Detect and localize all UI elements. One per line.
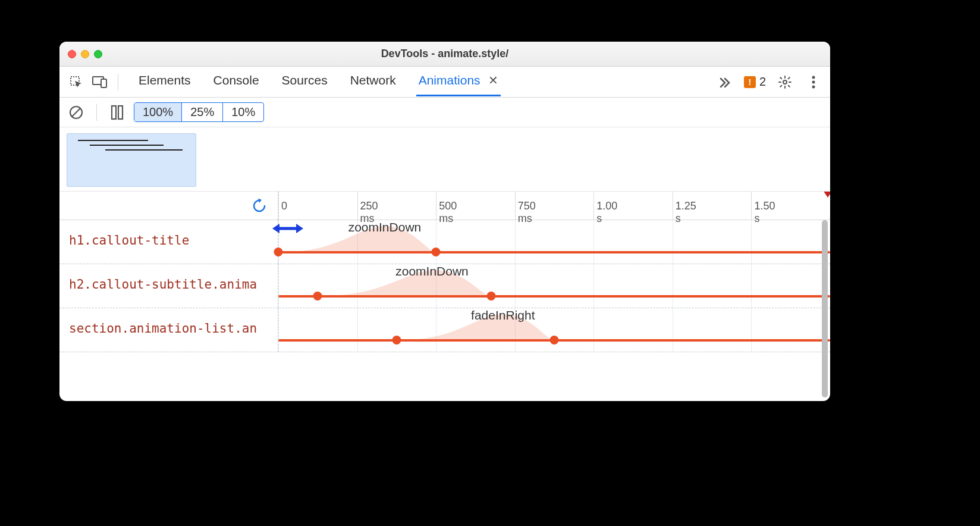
timeline-row: h2.callout-subtitle.animazoomInDown	[59, 264, 830, 308]
svg-point-6	[812, 85, 815, 88]
row-track[interactable]: zoomInDown	[278, 220, 830, 264]
window-title: DevTools - animate.style/	[59, 48, 830, 60]
ruler-tick-label: 0	[281, 200, 287, 212]
animation-bar[interactable]	[278, 251, 830, 253]
ruler-tick: 250 ms	[357, 192, 358, 220]
ruler-tick: 1.50 s	[751, 192, 752, 220]
animations-controls: 100% 25% 10%	[59, 98, 830, 127]
ruler-tick: 1.00 s	[593, 192, 594, 220]
row-track[interactable]: fadeInRight	[278, 308, 830, 352]
ruler-ticks[interactable]: 0250 ms500 ms750 ms1.00 s1.25 s1.50 s1.7…	[278, 192, 830, 220]
grid-line	[751, 264, 752, 308]
close-window-button[interactable]	[68, 50, 76, 58]
pause-animations-icon[interactable]	[108, 103, 127, 122]
tab-elements[interactable]: Elements	[136, 67, 193, 96]
toolbar-divider	[118, 74, 118, 90]
close-tab-icon[interactable]: ✕	[488, 74, 498, 87]
keyframe-node[interactable]	[392, 336, 401, 345]
preview-line	[78, 140, 148, 141]
grid-line	[278, 264, 279, 308]
controls-divider	[96, 104, 97, 121]
maximize-window-button[interactable]	[94, 50, 102, 58]
keyframe-node[interactable]	[313, 292, 322, 300]
grid-line	[593, 264, 594, 308]
keyframe-node[interactable]	[550, 336, 559, 345]
settings-icon[interactable]	[775, 73, 794, 92]
speed-25-button[interactable]: 25%	[182, 103, 223, 121]
kebab-menu-icon[interactable]	[804, 73, 823, 92]
preview-line	[90, 145, 164, 146]
grid-line	[593, 220, 594, 264]
keyframe-node[interactable]	[432, 248, 441, 256]
grid-line	[673, 264, 673, 308]
grid-line	[593, 308, 594, 352]
more-tabs-icon[interactable]	[715, 73, 734, 92]
easing-curve	[397, 314, 554, 340]
svg-rect-2	[101, 79, 106, 87]
keyframe-node[interactable]	[274, 248, 283, 256]
element-selector-label[interactable]: h1.callout-title	[59, 220, 278, 264]
timeline-row: section.animation-list.anfadeInRight	[59, 308, 830, 352]
tab-animations[interactable]: Animations ✕	[416, 67, 501, 96]
playback-speed-group: 100% 25% 10%	[134, 102, 264, 122]
timeline-rows: h1.callout-titlezoomInDownh2.callout-sub…	[59, 220, 830, 401]
replay-icon[interactable]	[251, 198, 268, 214]
toolbar-right: ! 2	[715, 73, 823, 92]
svg-point-3	[783, 80, 787, 84]
scrollbar[interactable]	[822, 220, 828, 397]
minimize-window-button[interactable]	[81, 50, 89, 58]
grid-line	[673, 308, 673, 352]
grid-line	[357, 308, 358, 352]
timeline: 0250 ms500 ms750 ms1.00 s1.25 s1.50 s1.7…	[59, 192, 830, 401]
element-selector-label[interactable]: h2.callout-subtitle.anima	[59, 264, 278, 308]
inspect-element-icon[interactable]	[67, 73, 86, 92]
element-selector-label[interactable]: section.animation-list.an	[59, 308, 278, 352]
grid-line	[278, 308, 279, 352]
tab-console[interactable]: Console	[211, 67, 262, 96]
preview-line	[105, 149, 183, 151]
traffic-lights	[68, 50, 102, 58]
grid-line	[515, 264, 516, 308]
clear-animations-icon[interactable]	[67, 103, 86, 122]
keyframe-node[interactable]	[486, 292, 495, 300]
issues-badge[interactable]: ! 2	[744, 75, 766, 89]
svg-point-5	[812, 80, 815, 83]
svg-point-4	[812, 76, 815, 79]
panel-tabs: Elements Console Sources Network Animati…	[136, 67, 501, 96]
speed-10-button[interactable]: 10%	[223, 103, 263, 121]
tab-animations-label: Animations	[419, 73, 480, 87]
timeline-row: h1.callout-titlezoomInDown	[59, 220, 830, 264]
grid-line	[751, 220, 752, 264]
issues-icon: !	[744, 76, 756, 88]
speed-100-button[interactable]: 100%	[134, 103, 182, 121]
tab-network[interactable]: Network	[348, 67, 398, 96]
devtools-window: DevTools - animate.style/ Elements Conso…	[59, 42, 830, 401]
grid-line	[515, 220, 516, 264]
svg-rect-9	[112, 106, 116, 119]
row-track[interactable]: zoomInDown	[278, 264, 830, 308]
grid-line	[436, 220, 436, 264]
animation-groups-preview	[59, 127, 830, 192]
playhead-marker-icon[interactable]	[823, 192, 830, 198]
svg-rect-10	[118, 106, 122, 119]
tab-sources[interactable]: Sources	[279, 67, 330, 96]
issues-count: 2	[759, 75, 766, 89]
device-toggle-icon[interactable]	[90, 73, 109, 92]
easing-curve	[318, 270, 491, 296]
main-toolbar: Elements Console Sources Network Animati…	[59, 67, 830, 98]
animation-group-thumbnail[interactable]	[67, 133, 196, 187]
timeline-ruler[interactable]: 0250 ms500 ms750 ms1.00 s1.25 s1.50 s1.7…	[59, 192, 830, 220]
svg-line-8	[72, 108, 80, 117]
grid-line	[751, 308, 752, 352]
scrub-arrow-icon[interactable]	[272, 221, 303, 236]
ruler-tick: 1.25 s	[673, 192, 673, 220]
ruler-tick: 500 ms	[436, 192, 436, 220]
titlebar: DevTools - animate.style/	[59, 42, 830, 67]
grid-line	[673, 220, 673, 264]
ruler-tick: 0	[278, 192, 279, 220]
ruler-label-col	[59, 192, 278, 220]
animation-bar[interactable]	[278, 295, 830, 298]
ruler-tick: 750 ms	[515, 192, 516, 220]
